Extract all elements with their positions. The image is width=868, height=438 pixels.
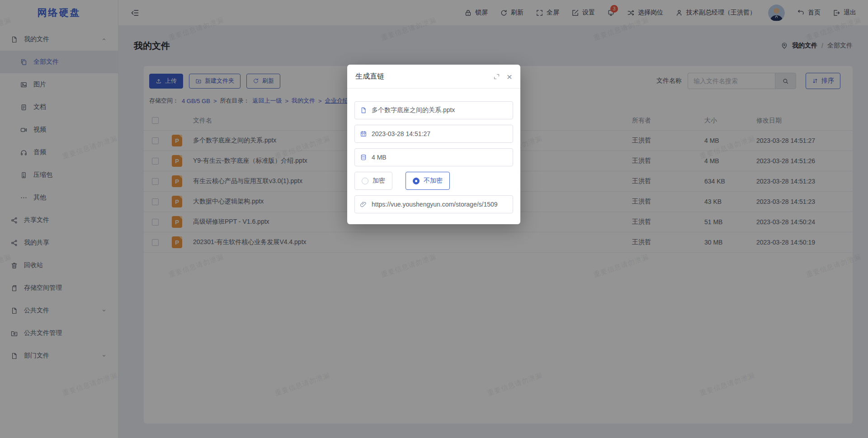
paperclip-icon <box>360 201 367 208</box>
no-encrypt-radio[interactable]: 不加密 <box>406 172 450 190</box>
generate-link-modal: 生成直链 × 多个数字底座之间的关系.pptx 2023-03-28 14:51… <box>347 65 520 224</box>
database-icon <box>360 154 367 161</box>
modal-expand-icon[interactable] <box>493 73 500 80</box>
modal-file-name-field: 多个数字底座之间的关系.pptx <box>354 101 513 119</box>
modal-body: 多个数字底座之间的关系.pptx 2023-03-28 14:51:27 4 M… <box>347 89 520 224</box>
modal-file-size-field: 4 MB <box>354 148 513 166</box>
modal-header: 生成直链 × <box>347 65 520 89</box>
modal-title: 生成直链 <box>355 72 384 81</box>
radio-off-icon <box>362 178 368 184</box>
calendar-icon <box>360 130 367 137</box>
encryption-options: 加密 不加密 <box>354 172 513 190</box>
document-icon <box>360 107 367 114</box>
modal-modified-date-field: 2023-03-28 14:51:27 <box>354 125 513 143</box>
encrypt-radio[interactable]: 加密 <box>354 172 392 190</box>
radio-on-icon <box>413 178 420 184</box>
direct-link-field[interactable]: https://vue.youshengyun.com/storage/s/15… <box>354 195 513 213</box>
modal-close-icon[interactable]: × <box>507 72 512 81</box>
